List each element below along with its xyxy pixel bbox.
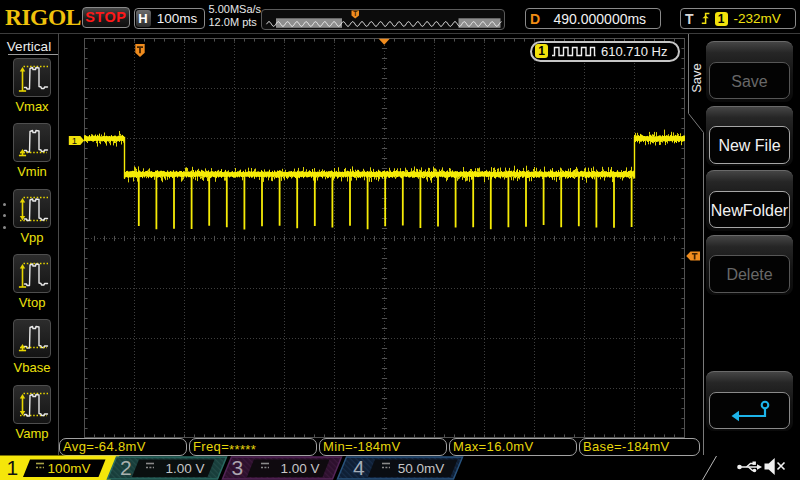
svg-text:T: T [353,10,357,17]
svg-text:1: 1 [72,135,77,146]
